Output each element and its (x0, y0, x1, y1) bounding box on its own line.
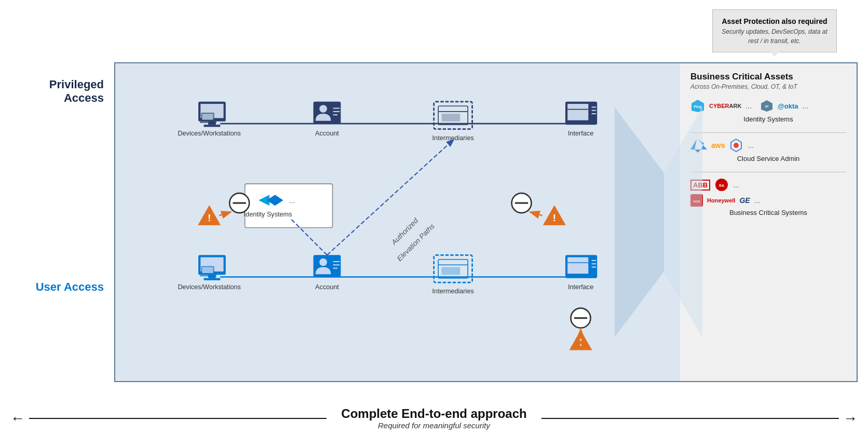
user-interface-label: Interface (568, 283, 593, 291)
bottom-title: Complete End-to-end approach (341, 406, 526, 421)
diagram-container: Privileged Access User Access Business C… (10, 62, 858, 382)
user-access-label: User Access (10, 280, 109, 294)
identity-box (245, 184, 333, 227)
priv-account-icon (314, 102, 341, 124)
identity-dots: ... (289, 196, 295, 205)
svg-rect-42 (202, 267, 213, 274)
arrow-left-icon: ← (10, 410, 25, 427)
warning-triangle-2: ! (544, 206, 565, 225)
bottom-subtitle: Required for meaningful security (341, 421, 526, 430)
svg-rect-31 (567, 104, 588, 120)
asset-protection-callout: Asset Protection also required Security … (712, 9, 837, 52)
user-devices-label: Devices/Workstations (178, 283, 240, 291)
bottom-bar: ← Complete End-to-end approach Required … (10, 404, 858, 430)
priv-interface-icon (565, 102, 597, 125)
priv-interface-label: Interface (568, 130, 593, 137)
privileged-access-label: Privileged Access (10, 78, 109, 105)
priv-devices-label: Devices/Workstations (178, 130, 240, 137)
warn-arrow-1 (219, 212, 229, 215)
priv-intermediaries-label: Intermediaries (432, 134, 474, 142)
block-circle-1 (229, 193, 249, 213)
warning-triangle-1: ! (198, 206, 220, 225)
user-account-icon (314, 255, 341, 277)
svg-rect-43 (200, 275, 216, 276)
identity-systems-box-label: Identity Systems (244, 211, 292, 218)
arrow-right-icon: → (843, 410, 858, 427)
callout-subtitle: Security updates, DevSecOps, data at res… (721, 27, 828, 46)
main-diagram-box: Business Critical Assets Across On-Premi… (114, 62, 858, 382)
svg-point-45 (319, 259, 327, 266)
diagram-svg: Devices/Workstations Account (115, 63, 857, 381)
svg-rect-54 (567, 257, 588, 274)
funnel-right (664, 107, 702, 337)
block-circle-3 (571, 308, 591, 328)
user-account-label: Account (315, 283, 339, 291)
elevation-label-2: Elevation Paths (396, 222, 436, 263)
callout-title: Asset Protection also required (721, 16, 828, 27)
svg-rect-52 (442, 267, 460, 275)
user-interface-icon (565, 255, 597, 278)
svg-rect-29 (442, 114, 460, 121)
elevation-arrow-1 (327, 140, 453, 255)
funnel-left (615, 107, 664, 337)
svg-rect-19 (202, 114, 213, 120)
svg-text:!: ! (208, 212, 211, 223)
svg-rect-40 (204, 278, 221, 280)
warn-arrow-2 (532, 212, 542, 215)
user-intermediaries-icon (434, 255, 472, 282)
block-circle-2 (512, 193, 532, 213)
user-intermediaries-label: Intermediaries (432, 288, 474, 295)
priv-account-label: Account (315, 130, 339, 137)
svg-rect-20 (200, 121, 216, 123)
svg-rect-17 (204, 125, 221, 127)
priv-intermediaries-icon (434, 102, 472, 129)
svg-point-22 (319, 105, 327, 113)
svg-text:!: ! (553, 212, 556, 223)
